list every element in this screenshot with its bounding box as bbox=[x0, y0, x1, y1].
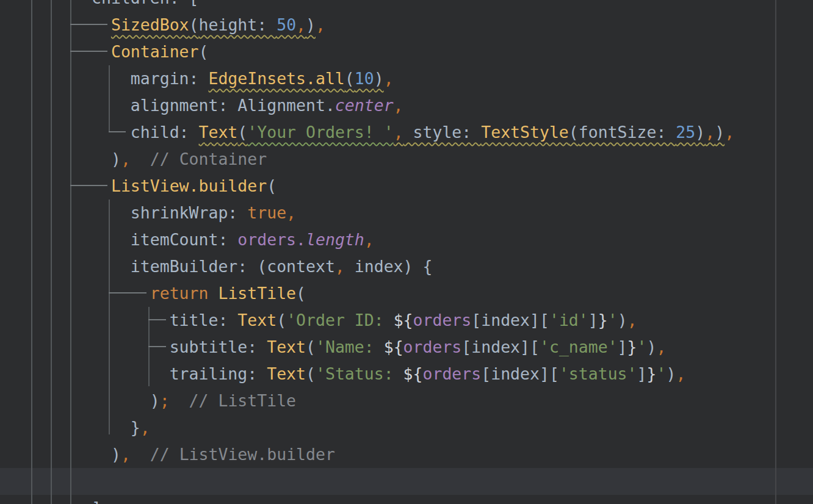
code-token: SizedBox bbox=[111, 15, 189, 34]
code-line[interactable]: ); // ListTile bbox=[0, 387, 813, 414]
code-token: EdgeInsets.all bbox=[208, 69, 344, 88]
code-token: 'Order ID: bbox=[286, 311, 394, 329]
code-token: orders. bbox=[237, 230, 306, 249]
code-token: 50 bbox=[276, 15, 296, 34]
code-token bbox=[208, 284, 218, 303]
code-token: ) bbox=[695, 123, 705, 142]
code-token: 10 bbox=[355, 69, 374, 88]
code-token: ] bbox=[588, 311, 598, 329]
code-token: 25 bbox=[676, 123, 695, 142]
code-token: [index][ bbox=[461, 337, 540, 356]
code-token: ) bbox=[306, 15, 316, 34]
code-token: style: bbox=[403, 123, 482, 142]
code-line[interactable]: child: Text('Your Orders! ', style: Text… bbox=[0, 119, 813, 146]
code-token: , bbox=[384, 69, 394, 88]
code-token: shrinkWrap: bbox=[92, 203, 247, 222]
code-line[interactable]: ] bbox=[0, 495, 813, 504]
code-token: return bbox=[150, 284, 209, 303]
code-line[interactable]: shrinkWrap: true, bbox=[0, 200, 813, 226]
code-token: fontSize: bbox=[579, 123, 676, 142]
code-token: title: bbox=[92, 311, 237, 329]
code-token: true bbox=[247, 203, 286, 222]
code-token bbox=[92, 284, 150, 303]
code-token bbox=[92, 391, 150, 410]
code-token: 'id' bbox=[549, 311, 588, 329]
code-token: orders bbox=[403, 337, 462, 356]
code-token bbox=[92, 418, 131, 437]
code-token: ListView.builder bbox=[111, 176, 267, 195]
code-token: itemCount: bbox=[92, 230, 237, 249]
code-token: , bbox=[705, 123, 715, 142]
code-token: TextStyle bbox=[481, 123, 569, 142]
code-line[interactable]: children: [ bbox=[0, 0, 813, 12]
code-editor[interactable]: children: [ SizedBox(height: 50,), Conta… bbox=[0, 0, 813, 504]
code-token: ListTile bbox=[218, 284, 296, 303]
code-token: 'status' bbox=[559, 364, 637, 383]
code-line[interactable]: title: Text('Order ID: ${orders[index]['… bbox=[0, 307, 813, 334]
code-token: length bbox=[306, 230, 364, 249]
code-token: ${ bbox=[394, 311, 413, 329]
code-token: ; bbox=[160, 391, 170, 410]
code-line[interactable] bbox=[0, 468, 813, 495]
code-token: index) { bbox=[345, 257, 433, 276]
code-line[interactable]: ListView.builder( bbox=[0, 173, 813, 200]
code-token: } bbox=[627, 337, 637, 356]
code-token: , bbox=[296, 15, 306, 34]
code-token: } bbox=[131, 418, 140, 437]
code-token: ' bbox=[637, 337, 647, 356]
code-token: , bbox=[335, 257, 345, 276]
code-token: [index][ bbox=[471, 311, 549, 329]
code-token: center bbox=[335, 96, 394, 115]
code-token: // ListView.builder bbox=[131, 445, 335, 464]
code-token: , bbox=[724, 123, 734, 142]
code-line[interactable]: ), // Container bbox=[0, 146, 813, 173]
code-token: ( bbox=[267, 176, 276, 195]
code-token: [index][ bbox=[481, 364, 559, 383]
code-token: Text bbox=[267, 337, 306, 356]
code-line[interactable]: }, bbox=[0, 414, 813, 441]
code-token: ${ bbox=[403, 364, 423, 383]
code-token: ) bbox=[111, 149, 121, 168]
code-token: itemBuilder: (context bbox=[92, 257, 335, 276]
code-line[interactable]: itemCount: orders.length, bbox=[0, 226, 813, 253]
code-token: ) bbox=[666, 364, 676, 383]
code-token: trailing: bbox=[92, 364, 267, 383]
code-line[interactable]: itemBuilder: (context, index) { bbox=[0, 253, 813, 280]
code-token: orders bbox=[423, 364, 482, 383]
code-token: , bbox=[627, 311, 637, 329]
code-token: ) bbox=[111, 445, 121, 464]
code-token: children: [ bbox=[92, 0, 199, 7]
code-line[interactable]: alignment: Alignment.center, bbox=[0, 92, 813, 119]
code-token: } bbox=[646, 364, 656, 383]
code-line[interactable]: SizedBox(height: 50,), bbox=[0, 12, 813, 38]
code-token: , bbox=[676, 364, 685, 383]
code-token: ] bbox=[618, 337, 627, 356]
code-token: alignment: Alignment. bbox=[92, 96, 335, 115]
code-line[interactable]: trailing: Text('Status: ${orders[index][… bbox=[0, 361, 813, 387]
code-line[interactable]: ), // ListView.builder bbox=[0, 441, 813, 468]
code-token: ( bbox=[296, 284, 306, 303]
code-token: ( bbox=[276, 311, 286, 329]
code-token: // ListTile bbox=[170, 391, 296, 410]
code-token: , bbox=[656, 337, 666, 356]
code-line[interactable]: margin: EdgeInsets.all(10), bbox=[0, 65, 813, 92]
code-token bbox=[92, 445, 111, 464]
code-token: ( bbox=[306, 337, 316, 356]
code-token: // Container bbox=[131, 149, 267, 168]
code-token bbox=[92, 42, 111, 61]
code-token: , bbox=[121, 149, 131, 168]
code-token: height: bbox=[199, 15, 277, 34]
code-token: ' bbox=[656, 364, 666, 383]
code-token: Container bbox=[111, 42, 199, 61]
code-line[interactable]: subtitle: Text('Name: ${orders[index]['c… bbox=[0, 334, 813, 361]
code-token bbox=[92, 15, 111, 34]
code-token: , bbox=[140, 418, 150, 437]
code-token: ${ bbox=[384, 337, 403, 356]
code-token: ) bbox=[715, 123, 724, 142]
code-token: orders bbox=[413, 311, 472, 329]
code-token: ] bbox=[637, 364, 647, 383]
code-line[interactable]: return ListTile( bbox=[0, 280, 813, 307]
code-token: Text bbox=[267, 364, 306, 383]
code-line[interactable]: Container( bbox=[0, 38, 813, 65]
code-token: 'Status: bbox=[316, 364, 403, 383]
